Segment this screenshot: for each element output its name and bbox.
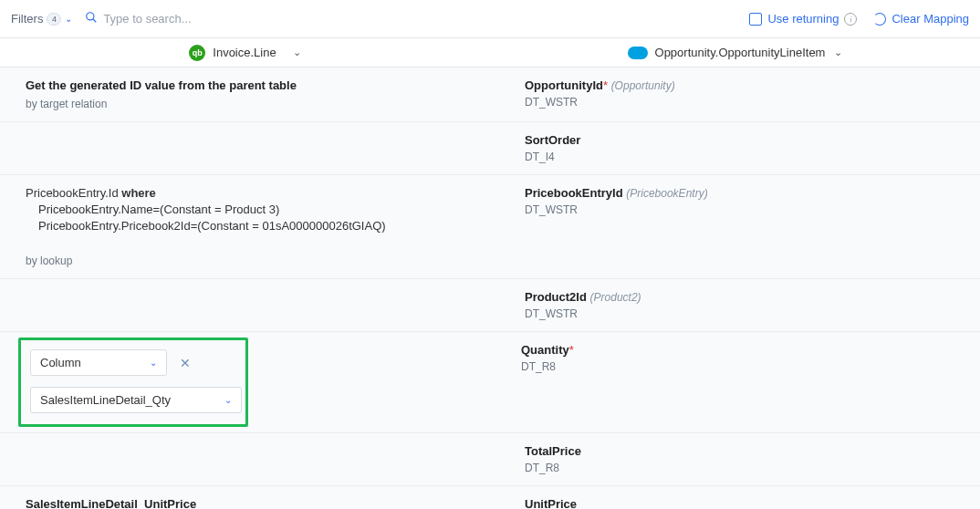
field-name: Product2Id — [525, 290, 587, 304]
toolbar-left: Filters 4 ⌄ — [11, 11, 249, 26]
source-cell — [0, 433, 499, 485]
lookup-condition: PricebookEntry.Pricebook2Id=(Constant = … — [26, 219, 463, 233]
field-name: UnitPrice — [525, 497, 577, 509]
source-expression: SalesItemLineDetail_UnitPrice — [26, 497, 463, 509]
field-type: DT_WSTR — [525, 307, 962, 320]
table-row[interactable]: Column ⌄ ✕ SalesItemLineDetail_Qty ⌄ Qua… — [0, 332, 980, 433]
filters-count-badge: 4 — [47, 13, 61, 26]
quickbooks-icon: qb — [189, 45, 205, 61]
search-input[interactable] — [103, 12, 249, 26]
field-name: TotalPrice — [525, 444, 581, 458]
field-name: PricebookEntryId — [525, 186, 623, 200]
mapping-table: Get the generated ID value from the pare… — [0, 68, 980, 509]
column-value: SalesItemLineDetail_Qty — [40, 393, 171, 407]
active-mapping-editor: Column ⌄ ✕ SalesItemLineDetail_Qty ⌄ — [18, 338, 248, 427]
source-cell: SalesItemLineDetail_UnitPrice by column — [0, 486, 499, 509]
table-row[interactable]: Get the generated ID value from the pare… — [0, 68, 980, 122]
table-row[interactable]: TotalPrice DT_R8 — [0, 433, 980, 486]
mapping-type-select[interactable]: Column ⌄ — [30, 349, 167, 376]
field-type: DT_WSTR — [525, 203, 962, 216]
salesforce-icon — [628, 47, 648, 59]
source-cell — [0, 122, 499, 174]
target-cell: OpportunityId* (Opportunity) DT_WSTR — [499, 68, 980, 121]
field-name: SortOrder — [525, 133, 580, 147]
source-cell: PricebookEntry.Id where PricebookEntry.N… — [0, 175, 499, 278]
source-header[interactable]: qb Invoice.Line ⌄ — [0, 38, 490, 67]
source-cell: Get the generated ID value from the pare… — [0, 68, 499, 121]
chevron-down-icon: ⌄ — [65, 14, 72, 24]
target-cell: TotalPrice DT_R8 — [499, 433, 980, 485]
required-star: * — [603, 78, 608, 92]
target-cell: Product2Id (Product2) DT_WSTR — [499, 279, 980, 331]
clear-mapping-icon[interactable]: ✕ — [176, 356, 194, 370]
use-returning-button[interactable]: Use returning i — [749, 12, 857, 26]
type-select-row: Column ⌄ ✕ — [30, 349, 236, 376]
toolbar: Filters 4 ⌄ Use returning i Clear Mappin… — [0, 0, 980, 38]
field-type: DT_I4 — [525, 151, 962, 163]
lookup-condition: PricebookEntry.Name=(Constant = Product … — [26, 203, 463, 216]
source-label: Invoice.Line — [213, 46, 276, 59]
required-star: * — [569, 343, 574, 357]
target-cell: SortOrder DT_I4 — [499, 122, 980, 174]
svg-line-1 — [93, 19, 97, 23]
chevron-down-icon: ⌄ — [224, 395, 232, 405]
field-type: DT_R8 — [521, 360, 962, 373]
table-row[interactable]: Product2Id (Product2) DT_WSTR — [0, 279, 980, 332]
mapping-header: qb Invoice.Line ⌄ Opportunity.Opportunit… — [0, 38, 980, 68]
target-header[interactable]: Opportunity.OpportunityLineItem ⌄ — [490, 38, 980, 67]
use-returning-label: Use returning — [767, 12, 839, 26]
column-select[interactable]: SalesItemLineDetail_Qty ⌄ — [30, 387, 242, 413]
field-name: Quantity — [521, 343, 569, 357]
info-icon[interactable]: i — [844, 13, 857, 26]
mapping-type-value: Column — [40, 356, 81, 369]
lookup-expression: PricebookEntry.Id where — [26, 186, 463, 200]
source-by: by target relation — [26, 98, 463, 110]
table-row[interactable]: SalesItemLineDetail_UnitPrice by column … — [0, 486, 980, 509]
svg-point-0 — [87, 13, 94, 20]
search-wrap — [85, 11, 249, 26]
refresh-icon — [873, 13, 886, 26]
source-by: by lookup — [26, 254, 463, 267]
checkbox-icon — [749, 13, 762, 26]
target-cell: UnitPrice DT_R8 — [499, 486, 980, 509]
clear-mapping-label: Clear Mapping — [891, 12, 969, 26]
chevron-down-icon: ⌄ — [293, 47, 301, 58]
search-icon — [85, 11, 98, 26]
chevron-down-icon: ⌄ — [834, 47, 842, 58]
target-cell: Quantity* DT_R8 — [495, 332, 980, 432]
filters-label: Filters — [11, 12, 43, 26]
clear-mapping-button[interactable]: Clear Mapping — [873, 12, 969, 26]
source-cell — [0, 279, 499, 331]
field-ref: (PricebookEntry) — [626, 187, 707, 200]
target-label: Opportunity.OpportunityLineItem — [655, 46, 826, 59]
lookup-where: where — [121, 186, 156, 200]
lookup-source: PricebookEntry.Id — [26, 186, 119, 200]
field-type: DT_R8 — [525, 462, 962, 474]
table-row[interactable]: SortOrder DT_I4 — [0, 122, 980, 175]
source-expression: Get the generated ID value from the pare… — [26, 78, 463, 92]
filters-button[interactable]: Filters 4 ⌄ — [11, 12, 72, 26]
field-name: OpportunityId — [525, 78, 603, 92]
field-ref: (Product2) — [590, 291, 641, 304]
toolbar-right: Use returning i Clear Mapping — [749, 12, 969, 26]
table-row[interactable]: PricebookEntry.Id where PricebookEntry.N… — [0, 175, 980, 279]
field-type: DT_WSTR — [525, 96, 962, 109]
source-cell: Column ⌄ ✕ SalesItemLineDetail_Qty ⌄ — [0, 332, 495, 432]
target-cell: PricebookEntryId (PricebookEntry) DT_WST… — [499, 175, 980, 278]
field-ref: (Opportunity) — [611, 79, 675, 92]
chevron-down-icon: ⌄ — [150, 358, 157, 368]
